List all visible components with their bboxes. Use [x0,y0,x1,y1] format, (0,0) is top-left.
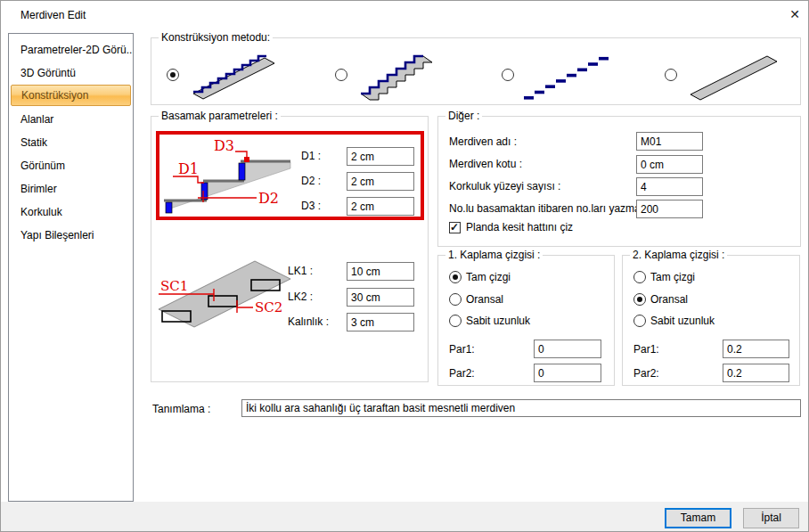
lk1-label: LK1 : [288,265,313,277]
sidebar-item-alanlar[interactable]: Alanlar [9,108,133,131]
close-icon[interactable]: ✕ [787,6,803,22]
korkuluk-yuzeyi-label: Korkuluk yüzeyi sayısı : [449,180,560,192]
d1-input[interactable] [347,147,414,166]
diagram-label-d3: D3 [214,137,234,154]
dialog-title: Merdiven Edit [20,9,86,21]
coating1-par2-label: Par2: [449,367,475,380]
coating2-sabit-uzunluk-radio[interactable] [633,315,646,327]
d3-label: D3 : [301,200,321,212]
sidebar: Parametreler-2D Görü... 3D Görüntü Konst… [8,33,134,502]
coating1-par2-input[interactable] [534,364,601,382]
construction-method-radio-2[interactable] [335,69,347,81]
coating1-legend: 1. Kaplama çizgisi : [445,249,543,261]
coating1-tam-cizgi-radio[interactable] [449,271,462,283]
stair-steps-only-icon [522,47,611,104]
kalinlik-input[interactable] [347,313,414,331]
sidebar-item-3d-goruntu[interactable]: 3D Görüntü [9,61,133,85]
d1-label: D1 : [301,150,321,162]
construction-method-legend: Konstrüksiyon metodu: [159,31,273,44]
planda-kesit-label: Planda kesit hattını çiz [466,221,573,233]
construction-method-radio-4[interactable] [665,69,677,81]
coating1-par1-input[interactable] [534,340,601,358]
coating2-par1-input[interactable] [723,340,789,358]
diagram-label-d1: D1 [178,160,199,177]
sidebar-item-yapi-bilesenleri[interactable]: Yapı Bileşenleri [9,224,133,247]
coating1-oransal-radio[interactable] [449,293,462,306]
coating2-tam-cizgi-label: Tam çizgi [650,271,695,283]
korkuluk-yuzeyi-input[interactable] [636,177,703,196]
planda-kesit-checkbox[interactable] [449,222,461,233]
coating2-oransal-radio[interactable] [633,293,646,306]
slab-plan-diagram: SC1 SC2 [159,258,294,331]
lk2-label: LK2 : [288,291,313,303]
description-label: Tanımlama : [152,403,210,415]
coating2-legend: 2. Kaplama çizgisi : [630,249,727,261]
stair-stepped-slab-icon [355,47,441,104]
coating1-oransal-label: Oransal [466,293,503,306]
stair-slab-only-icon [685,48,785,102]
sidebar-item-birimler[interactable]: Birimler [9,177,133,201]
coating2-oransal-label: Oransal [650,293,688,306]
ok-button[interactable]: Tamam [665,508,731,528]
merdiven-kotu-label: Merdiven kotu : [449,158,522,170]
coating1-sabit-uzunluk-radio[interactable] [449,315,462,327]
cancel-button[interactable]: İptal [743,508,799,528]
lk1-input[interactable] [347,262,414,281]
coating1-tam-cizgi-label: Tam çizgi [466,271,511,283]
stair-slab-with-steps-icon [186,48,286,102]
sidebar-item-korkuluk[interactable]: Korkuluk [9,201,133,224]
coating1-sabit-uzunluk-label: Sabit uzunluk [466,315,530,327]
nolu-basamak-label: No.lu basamaktan itibaren no.ları yazma … [449,202,646,215]
sidebar-item-parametreler[interactable]: Parametreler-2D Görü... [9,38,133,61]
diagram-label-sc1: SC1 [160,278,188,294]
sidebar-item-konstruksiyon[interactable]: Konstrüksiyon [11,85,131,106]
coating2-tam-cizgi-radio[interactable] [633,271,646,283]
d3-input[interactable] [347,197,414,216]
kalinlik-label: Kalınlık : [288,315,329,328]
merdiven-adi-input[interactable] [636,132,703,151]
sidebar-item-statik[interactable]: Statik [9,131,133,154]
diagram-label-sc2: SC2 [255,299,282,315]
construction-method-radio-3[interactable] [502,69,514,81]
coating2-sabit-uzunluk-label: Sabit uzunluk [650,315,715,327]
step-section-diagram: D1 D3 D2 [164,137,298,216]
merdiven-adi-label: Merdiven adı : [449,135,517,148]
coating1-par1-label: Par1: [449,343,475,356]
description-input[interactable] [241,399,801,417]
sidebar-item-gorunum[interactable]: Görünüm [9,154,133,177]
nolu-basamak-input[interactable] [636,200,703,218]
merdiven-kotu-input[interactable] [636,155,703,174]
diagram-label-d2: D2 [258,190,279,207]
other-legend: Diğer : [445,110,482,122]
construction-method-radio-1[interactable] [167,69,179,81]
lk2-input[interactable] [347,288,414,307]
coating2-par1-label: Par1: [633,343,659,356]
merdiven-edit-dialog: Merdiven Edit ✕ Parametreler-2D Görü... … [0,0,809,532]
title-bar: Merdiven Edit ✕ [1,1,808,28]
coating2-par2-label: Par2: [633,367,659,380]
coating2-par2-input[interactable] [723,364,789,382]
step-parameters-legend: Basamak parametreleri : [159,110,281,122]
d2-input[interactable] [347,172,414,191]
d2-label: D2 : [301,175,321,187]
